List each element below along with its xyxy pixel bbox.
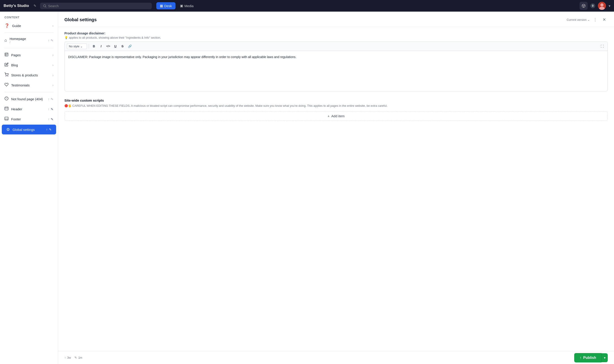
header-edit-icon[interactable]: ✎	[51, 107, 54, 111]
edit-action-icon[interactable]: ✎	[51, 39, 54, 42]
svg-line-1	[45, 6, 46, 7]
rte-italic-button[interactable]: I	[98, 43, 104, 49]
sidebar-item-pages-label: Pages	[11, 53, 50, 57]
publish-time-label: 3w	[67, 356, 71, 359]
sidebar-item-header[interactable]: Header ↑ ✎	[0, 104, 58, 114]
rte-style-selector[interactable]: No style ⌄	[67, 44, 87, 49]
testimonials-chevron-icon: ›	[53, 84, 54, 87]
testimonials-icon	[4, 83, 9, 88]
panel-more-button[interactable]: ⋮	[592, 16, 599, 23]
hint-icon: 💡	[64, 36, 68, 39]
svg-rect-16	[5, 117, 8, 120]
rich-text-editor: No style ⌄ B I </> U S 🔗 ⛶ DISCLAIMER: P…	[64, 41, 608, 91]
sidebar-item-homepage-label: Homepage /	[10, 37, 45, 44]
disclaimer-section: Product dosage disclaimer: 💡 applies to …	[64, 31, 608, 91]
tab-desk-label: Desk	[164, 4, 172, 8]
add-item-button[interactable]: + Add item	[64, 111, 608, 121]
panel-title: Global settings	[64, 17, 567, 22]
header-publish-icon[interactable]: ↑	[48, 107, 49, 111]
desk-icon: ▦	[160, 4, 163, 8]
stores-icon	[4, 73, 9, 78]
tab-media[interactable]: ▣ Media	[176, 2, 197, 9]
rte-separator-1	[89, 44, 89, 49]
edit-icon[interactable]: ✎	[34, 4, 36, 8]
sidebar-item-not-found[interactable]: Not found page (404) ↑ ✎	[0, 94, 58, 104]
footer-meta-time: ↑ 3w	[64, 356, 71, 359]
edit-time-icon: ✎	[74, 356, 77, 359]
rte-underline-button[interactable]: U	[112, 43, 119, 49]
publish-up-icon: ↑	[580, 356, 581, 360]
package-icon-btn[interactable]	[580, 2, 588, 10]
publish-label: Publish	[583, 356, 596, 360]
rte-toolbar: No style ⌄ B I </> U S 🔗 ⛶	[65, 42, 608, 51]
panel-content: Product dosage disclaimer: 💡 applies to …	[58, 27, 614, 351]
topnav-right: 0 ▾	[580, 2, 610, 10]
content-panel: Global settings Current version ⌄ ⋮ ✕ Pr…	[58, 12, 614, 364]
not-found-publish-icon[interactable]: ↑	[48, 97, 49, 101]
global-settings-edit-icon[interactable]: ✎	[49, 128, 52, 131]
sidebar-item-blog[interactable]: Blog ›	[0, 60, 58, 70]
blog-chevron-icon: ›	[53, 64, 54, 67]
tab-desk[interactable]: ▦ Desk	[156, 2, 176, 9]
sidebar-item-footer[interactable]: Footer ↑ ✎	[0, 114, 58, 124]
sidebar-item-not-found-label: Not found page (404)	[11, 97, 45, 101]
publish-action-icon[interactable]: ↑	[48, 39, 49, 42]
notification-badge[interactable]: 0	[590, 3, 595, 8]
sidebar-section-title: Content	[0, 12, 58, 21]
hint-text: applies to all products, showing above t…	[69, 36, 161, 39]
sidebar-item-global-settings[interactable]: ⚙ Global settings ↑ ✎	[2, 125, 56, 134]
avatar-dropdown-icon[interactable]: ▾	[609, 4, 610, 8]
guide-icon: ❓	[4, 23, 9, 28]
sidebar-item-guide[interactable]: ❓ Guide ›	[0, 21, 58, 31]
sidebar-item-global-settings-label: Global settings	[13, 128, 43, 131]
pages-chevron-icon: ›	[53, 53, 54, 57]
sidebar-item-header-label: Header	[11, 107, 45, 111]
svg-point-10	[8, 76, 8, 76]
sidebar-divider-1	[4, 32, 54, 33]
rte-body[interactable]: DISCLAIMER: Package image is representat…	[65, 51, 608, 91]
not-found-actions: ↑ ✎	[48, 97, 54, 101]
sidebar-item-stores-label: Stores & products	[11, 73, 50, 77]
sidebar-item-testimonials[interactable]: Testimonials ›	[0, 80, 58, 90]
rte-strikethrough-button[interactable]: S	[119, 43, 126, 49]
add-item-plus-icon: +	[328, 114, 330, 118]
publish-dropdown-button[interactable]: ▾	[601, 353, 608, 362]
footer-edit-icon[interactable]: ✎	[51, 117, 54, 121]
svg-point-9	[6, 76, 6, 76]
publish-time-icon: ↑	[64, 356, 66, 359]
publish-button[interactable]: ↑ Publish	[574, 353, 601, 363]
brand-name: Betty's Studio	[4, 4, 29, 8]
avatar[interactable]	[598, 2, 606, 10]
rte-bold-button[interactable]: B	[91, 43, 97, 49]
main-layout: Content ❓ Guide › ⌂ Homepage / ↑ ✎	[0, 12, 614, 364]
not-found-edit-icon[interactable]: ✎	[51, 97, 54, 101]
footer-actions: ↑ ✎	[48, 117, 54, 121]
header-actions: ↑ ✎	[48, 107, 54, 111]
svg-rect-6	[5, 53, 8, 56]
version-selector[interactable]: Current version ⌄	[567, 18, 590, 21]
pages-icon	[4, 52, 9, 58]
global-settings-publish-icon[interactable]: ↑	[46, 128, 48, 131]
rte-style-label: No style	[69, 45, 79, 48]
disclaimer-label: Product dosage disclaimer:	[64, 31, 608, 35]
rte-style-chevron-icon: ⌄	[80, 45, 83, 48]
custom-scripts-section: Site-wide custom scripts 🔴🖐 CAREFUL WHEN…	[64, 98, 608, 121]
sidebar-item-testimonials-label: Testimonials	[11, 83, 50, 87]
settings-icon: ⚙	[6, 127, 10, 132]
rte-expand-button[interactable]: ⛶	[599, 43, 605, 49]
edit-time-label: 1m	[78, 356, 82, 359]
sidebar-item-homepage[interactable]: ⌂ Homepage / ↑ ✎	[0, 34, 58, 46]
footer-bar: ↑ 3w ✎ 1m ↑ Publish ▾	[58, 351, 614, 364]
search-input[interactable]	[48, 4, 149, 8]
footer-publish-icon[interactable]: ↑	[48, 117, 49, 121]
tab-media-label: Media	[184, 4, 194, 8]
rte-code-button[interactable]: </>	[105, 43, 111, 49]
sidebar-item-pages[interactable]: Pages ›	[0, 50, 58, 60]
sidebar-item-stores-products[interactable]: Stores & products ›	[0, 70, 58, 80]
sidebar-item-blog-label: Blog	[11, 63, 50, 67]
search-icon	[43, 4, 46, 8]
rte-link-button[interactable]: 🔗	[126, 43, 133, 49]
panel-close-button[interactable]: ✕	[600, 16, 608, 23]
sidebar-item-footer-label: Footer	[11, 117, 45, 121]
add-item-label: Add item	[331, 114, 345, 118]
